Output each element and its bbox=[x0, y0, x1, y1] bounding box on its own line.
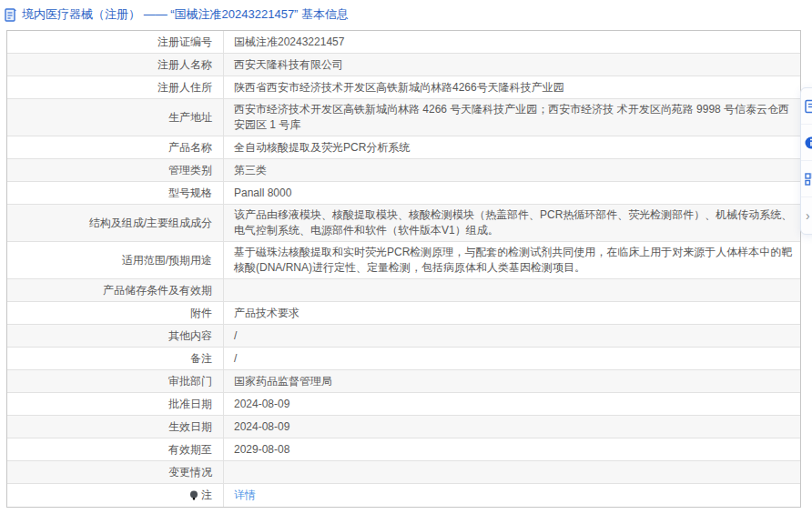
table-row: 注册证编号 国械注准20243221457 bbox=[7, 31, 800, 54]
field-label: 生效日期 bbox=[168, 419, 212, 435]
table-row: 产品储存条件及有效期 bbox=[7, 279, 800, 302]
field-value-cell bbox=[224, 461, 800, 483]
field-label: 其他内容 bbox=[168, 328, 212, 344]
toolbar-collapse-button[interactable]: › bbox=[801, 197, 812, 234]
field-label-cell: 有效期至 bbox=[7, 438, 224, 460]
field-value: / bbox=[234, 328, 237, 344]
field-label: 注册人住所 bbox=[157, 80, 212, 96]
field-label: 型号规格 bbox=[168, 186, 212, 201]
field-value-cell: 全自动核酸提取及荧光PCR分析系统 bbox=[224, 136, 800, 158]
field-value: / bbox=[234, 351, 237, 367]
field-label: 注 bbox=[201, 488, 212, 503]
field-label: 审批部门 bbox=[168, 374, 212, 389]
toolbar-document-button[interactable] bbox=[801, 88, 812, 125]
table-row: 备注 / bbox=[7, 348, 800, 370]
page-title-suffix: 基本信息 bbox=[301, 7, 349, 21]
field-label-cell: 注册证编号 bbox=[7, 31, 224, 53]
detail-link[interactable]: 详情 bbox=[234, 488, 256, 503]
info-circle-icon bbox=[804, 136, 812, 150]
table-row: 适用范围/预期用途 基于磁珠法核酸提取和实时荧光PCR检测原理，与配套的检测试剂… bbox=[7, 242, 800, 279]
field-value-cell: 2029-08-08 bbox=[224, 438, 800, 460]
field-value: 国家药品监督管理局 bbox=[234, 374, 332, 389]
field-value-cell bbox=[224, 279, 800, 301]
field-label: 管理类别 bbox=[168, 163, 212, 178]
field-value: 产品技术要求 bbox=[234, 306, 299, 321]
field-value-cell: 该产品由移液模块、核酸提取模块、核酸检测模块（热盖部件、PCR热循环部件、荧光检… bbox=[224, 205, 800, 241]
field-label-cell: 生效日期 bbox=[7, 416, 224, 438]
qr-code-icon bbox=[804, 172, 812, 186]
field-value-cell: 第三类 bbox=[224, 159, 800, 181]
field-label: 结构及组成/主要组成成分 bbox=[89, 216, 212, 231]
field-label-cell: 批准日期 bbox=[7, 393, 224, 415]
field-label: 产品名称 bbox=[168, 140, 212, 156]
table-row: 产品名称 全自动核酸提取及荧光PCR分析系统 bbox=[7, 136, 800, 159]
document-icon bbox=[804, 99, 812, 114]
field-label-cell: 适用范围/预期用途 bbox=[7, 242, 224, 278]
note-balloon-icon bbox=[189, 490, 198, 501]
field-label: 变更情况 bbox=[168, 465, 212, 480]
field-value: 2024-08-09 bbox=[234, 419, 289, 435]
registration-table-body: 注册证编号 国械注准20243221457 注册人名称 西安天隆科技有限公司 注… bbox=[7, 31, 800, 507]
field-value-cell: 西安天隆科技有限公司 bbox=[224, 54, 800, 76]
field-value: 2029-08-08 bbox=[234, 442, 289, 458]
field-value-cell: / bbox=[224, 348, 800, 369]
field-value: 2024-08-09 bbox=[234, 397, 289, 412]
table-row: 附件 产品技术要求 bbox=[7, 302, 800, 325]
field-label-cell: 生产地址 bbox=[7, 99, 224, 136]
field-value-cell: 基于磁珠法核酸提取和实时荧光PCR检测原理，与配套的检测试剂共同使用，在临床上用… bbox=[224, 242, 800, 278]
field-value: 全自动核酸提取及荧光PCR分析系统 bbox=[234, 140, 410, 156]
field-label-cell: 产品储存条件及有效期 bbox=[7, 279, 224, 301]
page-title: 境内医疗器械（注册） —— “国械注准20243221457” 基本信息 bbox=[22, 6, 349, 23]
field-label: 附件 bbox=[190, 306, 212, 321]
field-value-cell: Panall 8000 bbox=[224, 182, 800, 204]
table-row: 注 详情 bbox=[7, 484, 800, 507]
field-label: 备注 bbox=[190, 351, 212, 367]
field-label: 注册人名称 bbox=[157, 57, 212, 73]
field-label-cell: 结构及组成/主要组成成分 bbox=[7, 205, 224, 241]
field-value-cell: 西安市经济技术开发区高铁新城尚林路 4266 号天隆科技产业园；西安市经济技 术… bbox=[224, 99, 800, 136]
field-label-cell: 注册人名称 bbox=[7, 54, 224, 76]
field-label-cell: 注 bbox=[7, 484, 224, 507]
registration-table: 注册证编号 国械注准20243221457 注册人名称 西安天隆科技有限公司 注… bbox=[6, 30, 801, 508]
field-label-cell: 变更情况 bbox=[7, 461, 224, 483]
page-title-prefix: 境内医疗器械（注册） bbox=[22, 7, 140, 21]
field-label-cell: 产品名称 bbox=[7, 136, 224, 158]
field-label-cell: 注册人住所 bbox=[7, 76, 224, 98]
table-row: 生效日期 2024-08-09 bbox=[7, 416, 800, 438]
field-value-cell: 国械注准20243221457 bbox=[224, 31, 800, 53]
field-label: 适用范围/预期用途 bbox=[122, 253, 212, 268]
table-row: 型号规格 Panall 8000 bbox=[7, 182, 800, 205]
field-label: 批准日期 bbox=[168, 397, 212, 412]
field-value-cell: 详情 bbox=[224, 484, 800, 507]
table-row: 有效期至 2029-08-08 bbox=[7, 438, 800, 461]
page-title-separator: —— bbox=[144, 7, 167, 21]
table-row: 其他内容 / bbox=[7, 325, 800, 348]
table-row: 批准日期 2024-08-09 bbox=[7, 393, 800, 416]
document-icon bbox=[5, 8, 17, 22]
field-label-cell: 附件 bbox=[7, 302, 224, 324]
field-label: 有效期至 bbox=[168, 442, 212, 458]
toolbar-qr-button[interactable] bbox=[801, 161, 812, 197]
table-row: 变更情况 bbox=[7, 461, 800, 484]
field-value: Panall 8000 bbox=[234, 186, 291, 201]
table-row: 生产地址 西安市经济技术开发区高铁新城尚林路 4266 号天隆科技产业园；西安市… bbox=[7, 99, 800, 136]
field-label-cell: 管理类别 bbox=[7, 159, 224, 181]
field-label-cell: 审批部门 bbox=[7, 370, 224, 392]
field-value: 国械注准20243221457 bbox=[234, 35, 344, 50]
collapse-chevron-icon: › bbox=[804, 208, 810, 223]
page-title-registration-number: “国械注准20243221457” bbox=[170, 7, 298, 21]
field-value: 陕西省西安市经济技术开发区高铁新城尚林路4266号天隆科技产业园 bbox=[234, 80, 564, 96]
field-label-cell: 其他内容 bbox=[7, 325, 224, 347]
toolbar-info-button[interactable] bbox=[801, 125, 812, 161]
field-value-cell: / bbox=[224, 325, 800, 347]
table-row: 管理类别 第三类 bbox=[7, 159, 800, 182]
field-value: 第三类 bbox=[234, 163, 267, 178]
field-value-cell: 陕西省西安市经济技术开发区高铁新城尚林路4266号天隆科技产业园 bbox=[224, 76, 800, 98]
field-value-cell: 国家药品监督管理局 bbox=[224, 370, 800, 392]
field-label-cell: 型号规格 bbox=[7, 182, 224, 204]
field-value-cell: 2024-08-09 bbox=[224, 416, 800, 438]
field-value-cell: 2024-08-09 bbox=[224, 393, 800, 415]
table-row: 结构及组成/主要组成成分 该产品由移液模块、核酸提取模块、核酸检测模块（热盖部件… bbox=[7, 205, 800, 242]
field-value: 西安天隆科技有限公司 bbox=[234, 57, 343, 73]
table-row: 注册人住所 陕西省西安市经济技术开发区高铁新城尚林路4266号天隆科技产业园 bbox=[7, 76, 800, 99]
